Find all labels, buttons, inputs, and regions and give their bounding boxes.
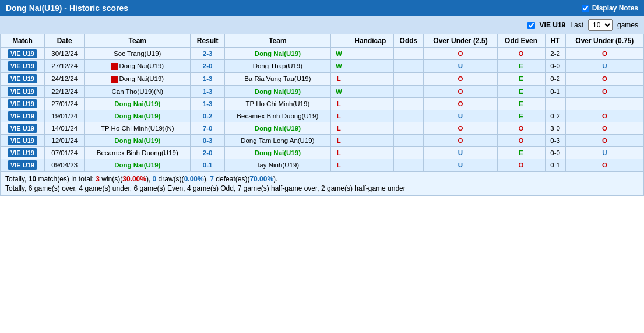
match-badge-cell: VIE U19 (1, 110, 45, 122)
odd-even-cell: O (497, 159, 545, 171)
over-under-075-cell: U (565, 60, 643, 73)
display-notes-label: Display Notes (592, 4, 638, 12)
team2-cell: Tay Ninh(U19) (225, 159, 331, 171)
match-badge-cell: VIE U19 (1, 146, 45, 159)
team1-name: TP Ho Chi Minh(U19)(N) (101, 125, 174, 132)
team1-cell: Soc Trang(U19) (85, 48, 191, 60)
over-under-25-cell: U (424, 146, 497, 159)
table-header-row: Match Date Team Result Team Handicap Odd… (1, 34, 644, 48)
team2-name: Dong Tam Long An(U19) (241, 137, 314, 144)
match-badge-cell: VIE U19 (1, 97, 45, 110)
match-badge: VIE U19 (8, 49, 37, 58)
odd-even-cell: E (497, 97, 545, 110)
col-team1: Team (85, 34, 191, 48)
team1-cell: Becamex Binh Duong(U19) (85, 146, 191, 159)
home-icon (111, 63, 118, 70)
match-badge: VIE U19 (8, 160, 37, 170)
table-body: VIE U1930/12/24Soc Trang(U19)2-3Dong Nai… (1, 48, 644, 171)
team1-cell: Dong Nai(U19) (85, 134, 191, 146)
odd-even-cell: E (497, 72, 545, 85)
team1-name: Soc Trang(U19) (114, 50, 161, 57)
team2-name: Tay Ninh(U19) (256, 162, 300, 169)
team1-cell: TP Ho Chi Minh(U19)(N) (85, 122, 191, 134)
col-result: Result (191, 34, 225, 48)
table-row: VIE U1914/01/24TP Ho Chi Minh(U19)(N)7-0… (1, 122, 644, 134)
wl-cell: W (330, 60, 347, 73)
filter-bar: VIE U19 Last 10 20 30 games (0, 16, 644, 34)
team1-name: Dong Nai(U19) (114, 162, 160, 169)
over-under-075-cell: O (565, 72, 643, 85)
games-select[interactable]: 10 20 30 (588, 19, 613, 31)
table-row: VIE U1924/12/24Dong Nai(U19)1-3Ba Ria Vu… (1, 72, 644, 85)
team2-cell: Dong Nai(U19) (225, 48, 331, 60)
team2-cell: TP Ho Chi Minh(U19) (225, 97, 331, 110)
main-container: Dong Nai(U19) - Historic scores Display … (0, 0, 644, 196)
wl-cell: L (330, 159, 347, 171)
wl-cell: L (330, 110, 347, 122)
over-under-075-cell: O (565, 85, 643, 97)
table-row: VIE U1927/12/24Dong Nai(U19)2-0Dong Thap… (1, 60, 644, 73)
odd-even-cell: O (497, 122, 545, 134)
team2-name: Dong Nai(U19) (255, 88, 301, 95)
display-notes-area: Display Notes (582, 4, 638, 12)
result-cell: 2-3 (191, 48, 225, 60)
league-filter-checkbox[interactable] (527, 22, 535, 29)
team2-cell: Ba Ria Vung Tau(U19) (225, 72, 331, 85)
result-cell: 7-0 (191, 122, 225, 134)
col-odd-even: Odd Even (497, 34, 545, 48)
match-badge: VIE U19 (8, 124, 37, 133)
display-notes-checkbox[interactable] (582, 5, 589, 12)
team2-name: TP Ho Chi Minh(U19) (246, 100, 310, 107)
col-handicap: Handicap (347, 34, 393, 48)
team1-name: Dong Nai(U19) (114, 113, 160, 120)
team2-cell: Dong Thap(U19) (225, 60, 331, 73)
match-badge-cell: VIE U19 (1, 48, 45, 60)
match-badge: VIE U19 (8, 87, 37, 96)
team1-cell: Dong Nai(U19) (85, 110, 191, 122)
wl-cell: L (330, 122, 347, 134)
team2-cell: Dong Nai(U19) (225, 146, 331, 159)
over-under-25-cell: O (424, 97, 497, 110)
team2-cell: Becamex Binh Duong(U19) (225, 110, 331, 122)
col-wl (330, 34, 347, 48)
result-cell: 0-2 (191, 110, 225, 122)
team1-cell: Dong Nai(U19) (85, 97, 191, 110)
summary-total: 10 (29, 175, 36, 183)
match-badge: VIE U19 (8, 74, 37, 83)
title-bar: Dong Nai(U19) - Historic scores Display … (0, 0, 644, 16)
team1-name: Becamex Binh Duong(U19) (97, 149, 178, 156)
summary-mid: match(es) in total: (36, 175, 96, 183)
games-label: games (617, 21, 638, 29)
team1-cell: Dong Nai(U19) (85, 60, 191, 73)
over-under-075-cell: U (565, 146, 643, 159)
result-cell: 1-3 (191, 85, 225, 97)
wl-cell: L (330, 97, 347, 110)
odd-even-cell: E (497, 110, 545, 122)
over-under-075-cell: O (565, 110, 643, 122)
over-under-25-cell: O (424, 122, 497, 134)
team2-name: Ba Ria Vung Tau(U19) (244, 75, 311, 82)
col-date: Date (44, 34, 85, 48)
over-under-25-cell: O (424, 85, 497, 97)
table-row: VIE U1909/04/23Dong Nai(U19)0-1Tay Ninh(… (1, 159, 644, 171)
wl-cell: W (330, 48, 347, 60)
last-label: Last (570, 21, 583, 29)
team2-name: Becamex Binh Duong(U19) (237, 113, 318, 120)
team1-cell: Can Tho(U19)(N) (85, 85, 191, 97)
match-badge-cell: VIE U19 (1, 134, 45, 146)
col-over-under-25: Over Under (2.5) (424, 34, 497, 48)
table-row: VIE U1922/12/24Can Tho(U19)(N)1-3Dong Na… (1, 85, 644, 97)
over-under-25-cell: U (424, 159, 497, 171)
result-cell: 0-3 (191, 134, 225, 146)
table-row: VIE U1927/01/24Dong Nai(U19)1-3TP Ho Chi… (1, 97, 644, 110)
table-row: VIE U1919/01/24Dong Nai(U19)0-2Becamex B… (1, 110, 644, 122)
over-under-25-cell: U (424, 60, 497, 73)
home-icon (111, 76, 118, 83)
team1-name: Dong Nai(U19) (114, 137, 160, 144)
table-row: VIE U1907/01/24Becamex Binh Duong(U19)2-… (1, 146, 644, 159)
wl-cell: W (330, 85, 347, 97)
col-ht: HT (545, 34, 565, 48)
over-under-25-cell: O (424, 134, 497, 146)
over-under-075-cell: O (565, 122, 643, 134)
team1-name: Dong Nai(U19) (119, 62, 164, 69)
